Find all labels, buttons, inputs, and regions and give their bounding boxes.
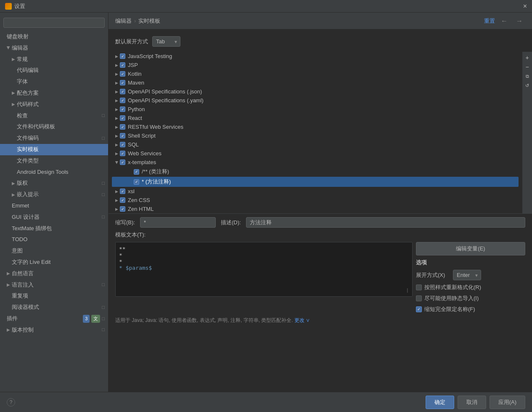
sidebar-item-file-types[interactable]: 文件类型 — [0, 155, 108, 167]
template-line2: * — [119, 252, 409, 258]
template-list-scroll[interactable]: ▶ JavaScript Testing ▶ JSP ▶ — [109, 52, 522, 213]
sidebar-item-file-code-template[interactable]: 文件和代码模板 — [0, 121, 108, 133]
template-group-shell[interactable]: ▶ Shell Script — [112, 131, 519, 140]
template-group-sql[interactable]: ▶ SQL — [112, 140, 519, 149]
check-x-templates[interactable] — [120, 159, 125, 165]
reset-item-button[interactable]: ↺ — [523, 81, 532, 90]
option2-checkbox[interactable] — [416, 295, 422, 301]
check-class-comment[interactable] — [134, 169, 139, 175]
description-input[interactable] — [246, 217, 525, 228]
sidebar-item-file-encoding[interactable]: 文件编码 □ — [0, 133, 108, 144]
check-python[interactable] — [120, 106, 125, 112]
chevron-zen-css: ▶ — [115, 198, 118, 202]
check-js-testing[interactable] — [120, 53, 125, 59]
back-button[interactable]: ← — [498, 16, 510, 26]
template-group-jsp[interactable]: ▶ JSP — [112, 61, 519, 69]
ok-button[interactable]: 确定 — [426, 396, 454, 409]
sidebar-item-keyboard[interactable]: 键盘映射 — [0, 31, 108, 43]
forward-button[interactable]: → — [513, 16, 525, 26]
sidebar-item-natural-lang[interactable]: ▶ 自然语言 — [0, 268, 108, 279]
option3-row[interactable]: 缩短完全限定名称(F) — [416, 306, 525, 313]
template-group-openapi-json[interactable]: ▶ OpenAPI Specifications (.json) — [112, 87, 519, 96]
expand-select[interactable]: Tab Enter Space — [152, 36, 180, 47]
help-icon[interactable]: ? — [7, 398, 15, 407]
check-zen-css[interactable] — [120, 197, 125, 203]
add-button[interactable]: + — [523, 53, 532, 62]
template-group-js-testing[interactable]: ▶ JavaScript Testing — [112, 52, 519, 61]
check-maven[interactable] — [120, 80, 125, 85]
sidebar-item-plugins[interactable]: 插件 3 文 □ — [0, 313, 108, 324]
search-input[interactable] — [3, 18, 105, 28]
check-react[interactable] — [120, 115, 125, 121]
sidebar-item-code-style[interactable]: ▶ 代码样式 — [0, 99, 108, 110]
check-xsl[interactable] — [120, 189, 125, 194]
check-web-services[interactable] — [120, 151, 125, 156]
template-group-python[interactable]: ▶ Python — [112, 105, 519, 114]
sidebar-item-android-design[interactable]: Android Design Tools — [0, 167, 108, 178]
expand-option-select[interactable]: Tab Enter Space — [453, 270, 481, 280]
template-group-web-services[interactable]: ▶ Web Services — [112, 149, 519, 158]
side-options: 编辑变量(E) 选项 展开方式(X) Tab Enter Space — [416, 242, 525, 313]
remove-button[interactable]: − — [523, 63, 532, 71]
option2-row[interactable]: 尽可能使用静态导入(I) — [416, 295, 525, 302]
sidebar-item-emmet[interactable]: Emmet — [0, 200, 108, 212]
template-item-method-comment[interactable]: * (方法注释) — [112, 177, 519, 187]
template-group-zen-html[interactable]: ▶ Zen HTML — [112, 205, 519, 213]
copy-button[interactable]: ⧉ — [523, 72, 532, 80]
sidebar-item-code-edit[interactable]: 代码编辑 — [0, 65, 108, 76]
item-label-class-comment: /** (类注释) — [142, 168, 169, 175]
close-button[interactable]: × — [523, 3, 527, 10]
sidebar-item-editor[interactable]: ▶ 编辑器 — [0, 43, 108, 54]
template-group-kotlin[interactable]: ▶ Kotlin — [112, 69, 519, 78]
sidebar-item-color-scheme[interactable]: ▶ 配色方案 — [0, 88, 108, 99]
sidebar-item-version-control[interactable]: ▶ 版本控制 □ — [0, 324, 108, 336]
sidebar-item-live-templates[interactable]: 实时模板 — [0, 144, 108, 155]
description-label: 描述(D): — [221, 219, 241, 226]
check-shell[interactable] — [120, 133, 125, 138]
check-zen-html[interactable] — [120, 206, 125, 212]
sidebar-item-lang-inject[interactable]: ▶ 语言注入 □ — [0, 279, 108, 291]
template-item-class-comment[interactable]: /** (类注释) — [112, 167, 519, 177]
option1-checkbox[interactable] — [416, 284, 422, 290]
sidebar-item-repeat[interactable]: 重复项 — [0, 290, 108, 302]
sidebar-item-intentions[interactable]: 意图 — [0, 245, 108, 257]
reset-button[interactable]: 重置 — [484, 17, 495, 25]
check-method-comment[interactable] — [134, 179, 139, 185]
abbreviation-input[interactable] — [140, 217, 216, 228]
check-sql[interactable] — [120, 142, 125, 147]
sidebar-item-inlay-hints[interactable]: ▶ 嵌入提示 □ — [0, 189, 108, 200]
template-group-restful[interactable]: ▶ RESTful Web Services — [112, 122, 519, 131]
check-openapi-yaml[interactable] — [120, 98, 125, 103]
template-code-area[interactable]: ** * * * $params$ | — [115, 242, 413, 297]
sidebar-item-label: Android Design Tools — [17, 168, 69, 177]
sidebar-item-reader-mode[interactable]: 阅读器模式 □ — [0, 302, 108, 313]
check-openapi-json[interactable] — [120, 89, 125, 94]
apply-button[interactable]: 应用(A) — [490, 396, 525, 409]
sidebar-item-inspect[interactable]: 检查 □ — [0, 110, 108, 122]
sidebar-item-textmate[interactable]: TextMate 插绑包 — [0, 223, 108, 234]
check-jsp[interactable] — [120, 62, 125, 68]
sidebar-item-copyright[interactable]: ▶ 版权 □ — [0, 178, 108, 189]
sidebar-item-live-edit[interactable]: 文字的 Live Edit — [0, 257, 108, 268]
template-group-openapi-yaml[interactable]: ▶ OpenAPI Specifications (.yaml) — [112, 96, 519, 105]
template-text-label-row: 模板文本(T): — [115, 231, 525, 239]
sidebar-item-gui-designer[interactable]: GUI 设计器 □ — [0, 212, 108, 223]
template-group-maven[interactable]: ▶ Maven — [112, 78, 519, 87]
cancel-button[interactable]: 取消 — [458, 396, 486, 409]
sidebar-item-todo[interactable]: TODO — [0, 234, 108, 245]
expand-arrow-lang: ▶ — [7, 282, 10, 288]
template-group-xsl[interactable]: ▶ xsl — [112, 187, 519, 196]
list-toolbar: + − ⧉ ↺ — [522, 52, 532, 213]
option3-checkbox[interactable] — [416, 306, 422, 312]
check-kotlin[interactable] — [120, 71, 125, 77]
check-restful[interactable] — [120, 124, 125, 130]
change-link[interactable]: 更改 ∨ — [294, 317, 310, 323]
sidebar-item-general[interactable]: ▶ 常规 — [0, 54, 108, 65]
template-line4: * $params$ — [119, 265, 409, 271]
template-group-zen-css[interactable]: ▶ Zen CSS — [112, 196, 519, 205]
template-group-react[interactable]: ▶ React — [112, 114, 519, 122]
edit-vars-button[interactable]: 编辑变量(E) — [416, 242, 525, 255]
sidebar-item-font[interactable]: 字体 — [0, 76, 108, 88]
template-group-x-templates[interactable]: ▶ x-templates — [112, 158, 519, 167]
option1-row[interactable]: 按照样式重新格式化(R) — [416, 284, 525, 291]
